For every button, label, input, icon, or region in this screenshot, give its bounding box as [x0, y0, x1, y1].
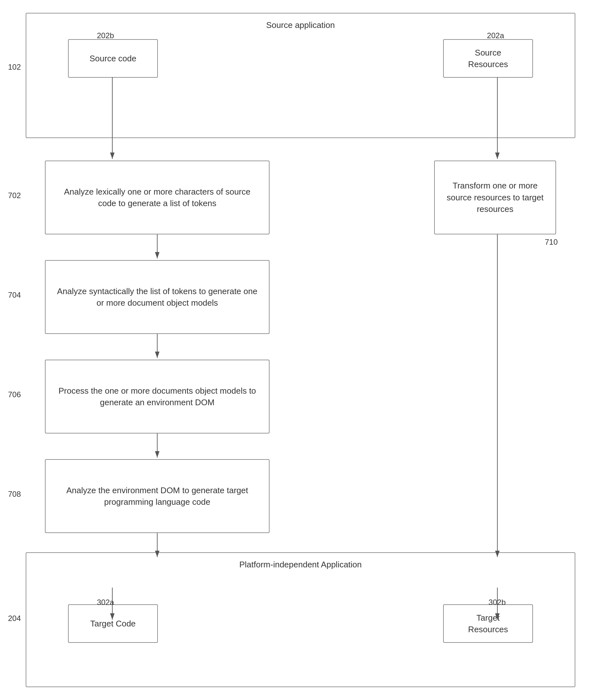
step-708-label: Analyze the environment DOM to generate … [55, 484, 259, 508]
ref-704: 704 [8, 291, 21, 300]
source-app-label: Source application [26, 19, 575, 31]
ref-202b: 202b [97, 31, 114, 40]
transform-710-label: Transform one or more source resources t… [444, 180, 546, 215]
step-706-label: Process the one or more documents object… [55, 385, 259, 408]
ref-202a: 202a [487, 31, 504, 40]
platform-app-label: Platform-independent Application [26, 559, 575, 570]
ref-702: 702 [8, 191, 21, 200]
step-706-box: Process the one or more documents object… [45, 360, 269, 433]
transform-710-box: Transform one or more source resources t… [434, 160, 556, 234]
target-resources-box: TargetResources [443, 604, 533, 643]
ref-708: 708 [8, 490, 21, 499]
diagram-container: Source application Source code 202b Sour… [26, 13, 575, 687]
ref-302b: 302b [489, 598, 506, 607]
ref-302a: 302a [97, 598, 114, 607]
ref-102: 102 [8, 62, 21, 72]
step-704-box: Analyze syntactically the list of tokens… [45, 260, 269, 334]
source-resources-label: SourceResources [468, 47, 508, 70]
ref-706: 706 [8, 390, 21, 399]
target-code-label: Target Code [90, 618, 136, 629]
target-resources-label: TargetResources [468, 612, 508, 635]
source-code-label: Source code [89, 53, 136, 64]
step-702-label: Analyze lexically one or more characters… [55, 186, 259, 209]
ref-710: 710 [545, 238, 558, 247]
step-702-box: Analyze lexically one or more characters… [45, 160, 269, 234]
ref-204: 204 [8, 614, 21, 623]
platform-app-box: Platform-independent Application Target … [26, 552, 575, 687]
target-code-box: Target Code [68, 604, 158, 643]
step-708-box: Analyze the environment DOM to generate … [45, 459, 269, 533]
source-resources-box: SourceResources [443, 39, 533, 78]
source-code-box: Source code [68, 39, 158, 78]
source-app-box: Source application Source code 202b Sour… [26, 13, 575, 138]
step-704-label: Analyze syntactically the list of tokens… [55, 285, 259, 309]
